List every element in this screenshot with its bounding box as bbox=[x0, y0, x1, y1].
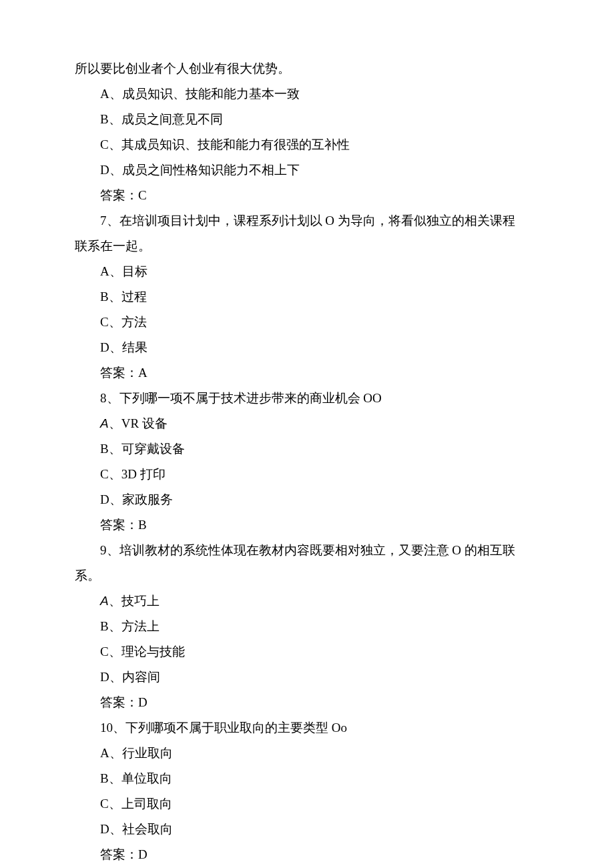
text-line: C、3D 打印 bbox=[75, 462, 539, 487]
text-line: A、成员知识、技能和能力基本一致 bbox=[75, 81, 539, 107]
text-line: 答案：D bbox=[75, 690, 539, 715]
text-line: D、内容间 bbox=[75, 665, 539, 690]
text-line: D、社会取向 bbox=[75, 817, 539, 842]
text-line: 所以要比创业者个人创业有很大优势。 bbox=[75, 56, 539, 81]
text-line: B、过程 bbox=[75, 284, 539, 310]
option-letter: A bbox=[100, 594, 109, 608]
text-line: 8、下列哪一项不属于技术进步带来的商业机会 OO bbox=[75, 386, 539, 411]
text-line: 10、下列哪项不属于职业取向的主要类型 Oo bbox=[75, 715, 539, 741]
page-content: 所以要比创业者个人创业有很大优势。A、成员知识、技能和能力基本一致B、成员之间意… bbox=[0, 0, 614, 868]
text-line: B、方法上 bbox=[75, 614, 539, 639]
text-line: B、成员之间意见不同 bbox=[75, 107, 539, 132]
text-line: C、上司取向 bbox=[75, 791, 539, 817]
text-line: D、结果 bbox=[75, 335, 539, 360]
text-line: D、家政服务 bbox=[75, 487, 539, 512]
text-line: 7、在培训项目计划中，课程系列计划以 O 为导向，将看似独立的相关课程 bbox=[75, 208, 539, 234]
text-span: 、VR 设备 bbox=[109, 416, 168, 430]
text-line: A、行业取向 bbox=[75, 741, 539, 766]
text-line: 答案：A bbox=[75, 360, 539, 386]
text-line: 答案：C bbox=[75, 183, 539, 208]
text-line: 联系在一起。 bbox=[75, 234, 539, 259]
text-line: C、理论与技能 bbox=[75, 639, 539, 665]
text-line: C、其成员知识、技能和能力有很强的互补性 bbox=[75, 132, 539, 157]
text-line: A、技巧上 bbox=[75, 588, 539, 614]
text-line: D、成员之间性格知识能力不相上下 bbox=[75, 157, 539, 183]
text-line: A、VR 设备 bbox=[75, 411, 539, 436]
text-line: 系。 bbox=[75, 563, 539, 588]
text-line: B、可穿戴设备 bbox=[75, 436, 539, 462]
text-line: C、方法 bbox=[75, 310, 539, 335]
text-span: 、技巧上 bbox=[109, 594, 160, 608]
text-line: 答案：B bbox=[75, 512, 539, 538]
option-letter: A bbox=[100, 416, 109, 430]
text-line: 9、培训教材的系统性体现在教材内容既要相对独立，又要注意 O 的相互联 bbox=[75, 538, 539, 563]
text-line: B、单位取向 bbox=[75, 766, 539, 791]
text-line: A、目标 bbox=[75, 259, 539, 284]
text-line: 答案：D bbox=[75, 842, 539, 867]
